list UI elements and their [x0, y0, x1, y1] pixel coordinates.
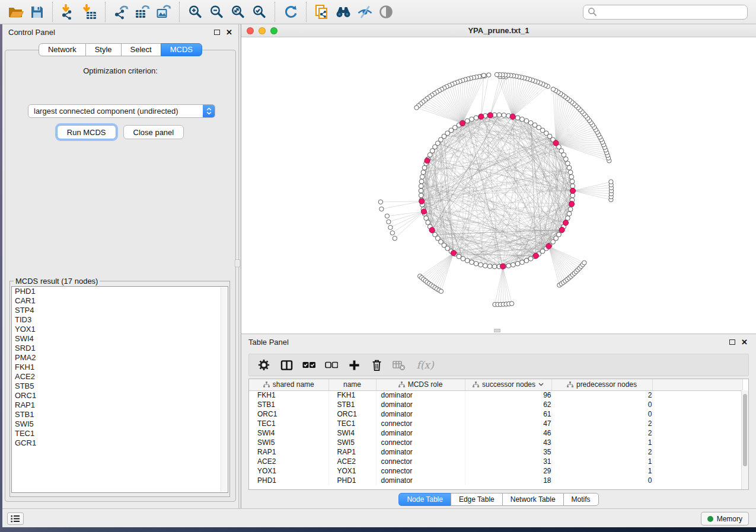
table-cell[interactable]: 1: [551, 457, 652, 466]
export-image-button[interactable]: [153, 1, 174, 23]
mcds-result-list[interactable]: PHD1CAR1STP4TID3YOX1SWI4SRD1PMA2FKH1ACE2…: [11, 286, 228, 493]
mcds-result-item[interactable]: YOX1: [12, 325, 228, 334]
graph-node[interactable]: [474, 116, 479, 120]
table-cell[interactable]: 2: [551, 428, 652, 438]
graph-node[interactable]: [461, 257, 465, 261]
table-cell[interactable]: connector: [376, 466, 465, 476]
table-cell[interactable]: SWI4: [249, 428, 328, 438]
table-cell[interactable]: 1: [551, 438, 652, 447]
column-header-mcds-role[interactable]: MCDS role: [376, 379, 465, 390]
table-cell[interactable]: STB1: [249, 400, 328, 409]
table-scrollbar[interactable]: [741, 390, 748, 489]
table-row[interactable]: ACE2ACE2connector311: [249, 457, 742, 466]
table-cell[interactable]: 18: [465, 476, 551, 485]
graph-node[interactable]: [568, 207, 573, 211]
graph-node[interactable]: [426, 220, 430, 225]
table-cell[interactable]: dominator: [376, 428, 465, 438]
mcds-result-item[interactable]: PMA2: [12, 353, 228, 363]
graph-node[interactable]: [524, 118, 529, 123]
table-settings-button[interactable]: [256, 357, 272, 373]
search-input[interactable]: [597, 6, 747, 18]
graph-node[interactable]: [465, 118, 470, 123]
graph-node[interactable]: [520, 260, 525, 265]
graph-hub-node[interactable]: [563, 220, 568, 226]
table-cell[interactable]: FKH1: [249, 390, 328, 400]
show-graphics-details-button[interactable]: [375, 1, 397, 23]
table-cell[interactable]: ORC1: [328, 409, 376, 419]
graph-node[interactable]: [419, 188, 423, 193]
tab-motifs[interactable]: Motifs: [563, 493, 599, 506]
mcds-result-item[interactable]: TID3: [12, 315, 228, 325]
mcds-result-item[interactable]: GCR1: [12, 438, 228, 448]
table-cell[interactable]: dominator: [376, 390, 465, 400]
graph-node[interactable]: [566, 161, 570, 166]
float-panel-icon[interactable]: [214, 30, 220, 35]
mcds-result-item[interactable]: SRD1: [12, 344, 228, 353]
table-cell[interactable]: connector: [376, 457, 465, 466]
table-cell[interactable]: YOX1: [249, 466, 328, 476]
graph-node[interactable]: [570, 184, 575, 188]
mcds-result-item[interactable]: STP4: [12, 306, 228, 315]
table-cell[interactable]: 47: [465, 419, 551, 428]
table-cell[interactable]: 2: [551, 390, 652, 400]
graph-node[interactable]: [567, 165, 572, 170]
tab-network-table[interactable]: Network Table: [502, 493, 564, 506]
table-cell[interactable]: 43: [465, 438, 551, 447]
table-cell[interactable]: 29: [465, 466, 551, 476]
table-cell[interactable]: ORC1: [249, 409, 328, 419]
open-session-button[interactable]: [5, 1, 26, 23]
graph-node[interactable]: [470, 117, 474, 121]
table-row[interactable]: YOX1YOX1connector291: [249, 466, 742, 476]
graph-node[interactable]: [497, 113, 502, 117]
select-all-button[interactable]: [301, 357, 317, 373]
table-cell[interactable]: ACE2: [328, 457, 376, 466]
table-cell[interactable]: TEC1: [249, 419, 328, 428]
graph-node[interactable]: [419, 179, 424, 184]
graph-node[interactable]: [492, 264, 497, 269]
graph-hub-node[interactable]: [460, 120, 465, 126]
graph-node[interactable]: [528, 121, 533, 126]
table-cell[interactable]: 96: [465, 390, 551, 400]
graph-node[interactable]: [387, 220, 391, 224]
table-cell[interactable]: SWI4: [328, 428, 376, 438]
tab-network[interactable]: Network: [39, 43, 86, 56]
table-cell[interactable]: dominator: [376, 476, 465, 485]
graph-node[interactable]: [419, 184, 423, 188]
graph-node[interactable]: [511, 262, 516, 267]
graph-node[interactable]: [569, 175, 574, 180]
tab-select[interactable]: Select: [121, 43, 161, 56]
mcds-result-item[interactable]: STB5: [12, 382, 228, 391]
function-builder-button[interactable]: f(x): [414, 357, 436, 373]
graph-node[interactable]: [439, 289, 443, 293]
graph-hub-node[interactable]: [569, 201, 575, 207]
graph-node[interactable]: [567, 211, 572, 216]
deselect-all-button[interactable]: [324, 357, 339, 373]
canvas-splitter-grip[interactable]: [494, 329, 500, 332]
table-row[interactable]: FKH1FKH1dominator962: [249, 390, 742, 400]
column-header-name[interactable]: name: [328, 379, 376, 390]
table-row[interactable]: STB1STB1dominator620: [249, 400, 742, 409]
column-layout-button[interactable]: [279, 357, 294, 373]
mcds-result-item[interactable]: STB1: [12, 410, 228, 419]
delete-column-button[interactable]: [369, 357, 384, 373]
graph-node[interactable]: [481, 73, 486, 78]
panel-list-button[interactable]: [7, 512, 24, 525]
graph-node[interactable]: [582, 261, 586, 265]
table-cell[interactable]: ACE2: [249, 457, 328, 466]
table-row[interactable]: TEC1TEC1connector472: [249, 419, 742, 428]
graph-node[interactable]: [570, 179, 575, 184]
table-cell[interactable]: 62: [465, 400, 551, 409]
graph-node[interactable]: [388, 225, 393, 229]
mcds-result-item[interactable]: ORC1: [12, 391, 228, 400]
table-cell[interactable]: dominator: [376, 400, 465, 409]
graph-node[interactable]: [487, 264, 492, 269]
zoom-selected-button[interactable]: [248, 1, 270, 23]
graph-node[interactable]: [419, 193, 423, 198]
mcds-result-item[interactable]: TEC1: [12, 429, 228, 438]
tab-node-table[interactable]: Node Table: [398, 493, 451, 506]
first-neighbors-button[interactable]: [333, 1, 354, 23]
graph-hub-node[interactable]: [429, 227, 435, 233]
graph-hub-node[interactable]: [510, 114, 515, 119]
graph-node[interactable]: [483, 264, 488, 268]
table-cell[interactable]: connector: [376, 419, 465, 428]
